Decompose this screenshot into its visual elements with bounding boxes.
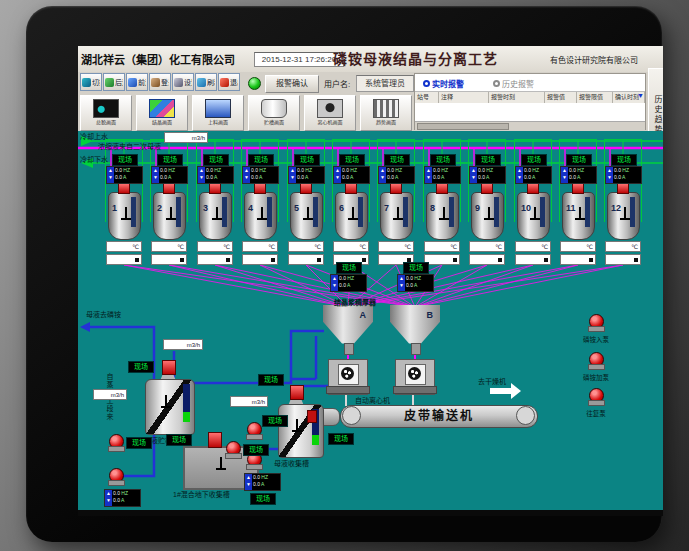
crystallizer-vessel[interactable]: 1 — [108, 192, 141, 240]
crystallizer-unit[interactable]: 现场 ▲▼ 0.0 HZ 0.0 A 3 ℃ — [195, 131, 235, 271]
temperature-readout[interactable]: ℃ — [242, 241, 278, 252]
screen-nav-button[interactable]: 离心机画面 — [304, 95, 356, 131]
temperature-readout[interactable]: ℃ — [469, 241, 505, 252]
crystallizer-vessel[interactable]: 3 — [199, 192, 232, 240]
value-readout[interactable] — [151, 254, 187, 265]
toolbar-button[interactable]: 刷新 — [195, 73, 217, 91]
crystallizer-unit[interactable]: 现场 ▲▼ 0.0 HZ 0.0 A 1 ℃ — [104, 131, 144, 271]
value-readout[interactable] — [469, 254, 505, 265]
unit-number: 2 — [157, 203, 162, 213]
screen-nav-button[interactable]: 上料画面 — [192, 95, 244, 131]
alarm-table-body[interactable] — [415, 103, 645, 121]
temperature-readout[interactable]: ℃ — [106, 241, 142, 252]
crystallizer-unit[interactable]: 现场 ▲▼ 0.0 HZ 0.0 A 9 ℃ — [467, 131, 507, 271]
screen-nav-button[interactable]: 结晶画面 — [136, 95, 188, 131]
thickener-display: ▲▼ 0.0 HZ 0.0 A — [397, 274, 434, 292]
crystallizer-unit[interactable]: 现场 ▲▼ 0.0 HZ 0.0 A 2 ℃ — [149, 131, 189, 271]
value-readout[interactable] — [242, 254, 278, 265]
screen-nav-button[interactable]: 总貌画面 — [80, 95, 132, 131]
crystallizer-unit[interactable]: 现场 ▲▼ 0.0 HZ 0.0 A 4 ℃ — [240, 131, 280, 271]
crystallizer-unit[interactable]: 现场 ▲▼ 0.0 HZ 0.0 A 7 ℃ — [376, 131, 416, 271]
alarm-ack-button[interactable]: 报警确认 — [265, 75, 319, 93]
dosing-pump[interactable]: 往复泵 — [588, 388, 604, 406]
value-readout[interactable] — [424, 254, 460, 265]
alarm-table-scrollbar[interactable] — [415, 121, 645, 130]
company-name: 湖北祥云（集团）化工有限公司 — [81, 51, 249, 67]
centrifuge-b[interactable] — [395, 359, 435, 395]
toolbar-button[interactable]: 登录 — [149, 73, 171, 91]
agitator-motor — [390, 183, 402, 194]
temperature-readout[interactable]: ℃ — [424, 241, 460, 252]
tab-realtime-alarm[interactable]: 实时报警 — [423, 77, 464, 89]
up-down-arrows-icon: ▲▼ — [398, 275, 405, 291]
dosing-pump[interactable]: 磷铵入泵 — [588, 314, 604, 332]
crystallizer-vessel[interactable]: 11 — [562, 192, 595, 240]
transfer-pump[interactable] — [225, 441, 241, 459]
agitator-motor — [527, 183, 539, 194]
flow-input[interactable]: m3/h — [163, 339, 203, 350]
crystallizer-vessel[interactable]: 9 — [471, 192, 504, 240]
transfer-pump[interactable] — [246, 422, 262, 440]
crystallizer-unit[interactable]: 现场 ▲▼ 0.0 HZ 0.0 A 5 ℃ — [286, 131, 326, 271]
crystallizer-vessel[interactable]: 10 — [517, 192, 550, 240]
crystallizer-vessel[interactable]: 5 — [290, 192, 323, 240]
value-readout[interactable] — [288, 254, 324, 265]
crystallizer-unit[interactable]: 现场 ▲▼ 0.0 HZ 0.0 A 8 ℃ — [422, 131, 462, 271]
alarm-column-header[interactable]: 注释 — [439, 92, 489, 103]
crystallizer-vessel[interactable]: 7 — [380, 192, 413, 240]
value-readout[interactable] — [605, 254, 641, 265]
value-readout[interactable] — [560, 254, 596, 265]
toolbar-button[interactable]: 后退 — [103, 73, 125, 91]
temperature-readout[interactable]: ℃ — [560, 241, 596, 252]
temperature-readout[interactable]: ℃ — [378, 241, 414, 252]
temperature-readout[interactable]: ℃ — [151, 241, 187, 252]
belt-conveyor[interactable]: 皮带输送机 — [340, 405, 538, 428]
crystallizer-unit[interactable]: 现场 ▲▼ 0.0 HZ 0.0 A 10 ℃ — [513, 131, 553, 271]
alarm-column-header[interactable]: 站号 — [415, 92, 439, 103]
tab-history-alarm[interactable]: 历史报警 — [493, 77, 534, 89]
scrollbar-thumb[interactable] — [417, 123, 509, 130]
crystallizer-vessel[interactable]: 2 — [153, 192, 186, 240]
temperature-readout[interactable]: ℃ — [333, 241, 369, 252]
temperature-readout[interactable]: ℃ — [197, 241, 233, 252]
alarm-column-header[interactable]: 报警值 — [545, 92, 577, 103]
screen-nav-button[interactable]: 贮槽画面 — [248, 95, 300, 131]
temperature-readout[interactable]: ℃ — [288, 241, 324, 252]
crystallizer-vessel[interactable]: 4 — [244, 192, 277, 240]
toolbar-button-label: 刷新 — [207, 77, 215, 87]
storage-tank[interactable] — [145, 379, 195, 435]
crystallizer-vessel[interactable]: 6 — [335, 192, 368, 240]
toolbar-button[interactable]: 前进 — [126, 73, 148, 91]
toolbar-button[interactable]: 切换 — [80, 73, 102, 91]
centrifuge-a[interactable] — [328, 359, 368, 395]
toolbar-button[interactable]: 退出 — [218, 73, 240, 91]
collect-tank[interactable] — [278, 404, 324, 458]
flow-input[interactable]: m3/h — [93, 389, 127, 400]
agitator-motor — [617, 183, 629, 194]
alarm-column-header[interactable]: 报警限值 — [577, 92, 613, 103]
alarm-column-header[interactable]: 报警时刻 — [489, 92, 545, 103]
value-readout[interactable] — [197, 254, 233, 265]
crystallizer-vessel[interactable]: 8 — [426, 192, 459, 240]
flow-input[interactable]: m3/h — [230, 396, 268, 407]
transfer-pump[interactable] — [108, 468, 124, 486]
agitator-icon — [579, 207, 581, 220]
screen-nav-button[interactable]: 趋势画面 — [360, 95, 412, 131]
value-readout[interactable] — [106, 254, 142, 265]
filter-icon[interactable]: ▼ — [637, 92, 644, 99]
crystallizer-unit[interactable]: 现场 ▲▼ 0.0 HZ 0.0 A 11 ℃ — [558, 131, 598, 271]
temperature-readout[interactable]: ℃ — [605, 241, 641, 252]
crystallizer-unit[interactable]: 现场 ▲▼ 0.0 HZ 0.0 A 6 ℃ — [331, 131, 371, 271]
value-readout[interactable] — [515, 254, 551, 265]
dosing-pump[interactable]: 磷铵加泵 — [588, 352, 604, 370]
crystallizer-vessel[interactable]: 12 — [607, 192, 640, 240]
toolbar-button[interactable]: 设置 — [172, 73, 194, 91]
transfer-pump[interactable] — [108, 434, 124, 452]
temperature-readout[interactable]: ℃ — [515, 241, 551, 252]
toolbar-button-label: 前进 — [138, 77, 146, 87]
unit-number: 3 — [203, 203, 208, 213]
unit-number: 10 — [521, 203, 531, 213]
flow-input[interactable]: m3/h — [164, 132, 208, 143]
pump-base-icon — [588, 326, 605, 332]
crystallizer-unit[interactable]: 现场 ▲▼ 0.0 HZ 0.0 A 12 ℃ — [603, 131, 643, 271]
